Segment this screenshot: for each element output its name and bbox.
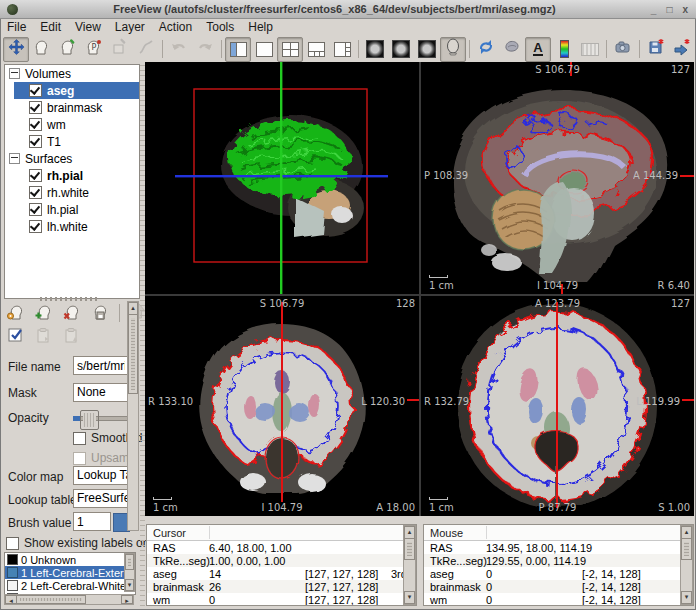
- file-name-input[interactable]: [73, 356, 128, 375]
- menu-help[interactable]: Help: [241, 19, 280, 35]
- layout-1and3v-button[interactable]: [329, 37, 355, 62]
- menu-edit[interactable]: Edit: [33, 19, 68, 35]
- brush-value-input[interactable]: [73, 512, 111, 531]
- scroll-down-icon[interactable]: ▾: [404, 591, 415, 604]
- layout-panel-button[interactable]: [225, 37, 251, 62]
- panel-vertical-scrollbar[interactable]: ▴: [127, 301, 139, 531]
- redo-button[interactable]: [192, 37, 218, 62]
- panel-splitter-handle[interactable]: [40, 297, 100, 301]
- layout-1and3-button[interactable]: [303, 37, 329, 62]
- list-item[interactable]: 0 Unknown: [5, 553, 135, 566]
- checkbox-checked-icon[interactable]: [29, 135, 42, 148]
- checkbox-checked-icon[interactable]: [29, 169, 42, 182]
- layer-properties-button[interactable]: [4, 302, 28, 324]
- list-item[interactable]: 2 Left-Cerebral-White-: [5, 579, 135, 592]
- layout-2x2-button[interactable]: [277, 37, 303, 62]
- close-volume-button[interactable]: [60, 302, 84, 324]
- slider-handle[interactable]: [80, 410, 99, 430]
- viewport-divider-horizontal[interactable]: [145, 294, 694, 296]
- menu-file[interactable]: File: [0, 19, 33, 35]
- checkbox-checked-icon[interactable]: [29, 220, 42, 233]
- mask-dropdown[interactable]: None: [73, 383, 128, 402]
- menu-tools[interactable]: Tools: [199, 19, 241, 35]
- tree-item-rh-white[interactable]: rh.white: [5, 184, 139, 201]
- tree-item-wm[interactable]: wm: [5, 116, 139, 133]
- collapse-icon[interactable]: [9, 153, 20, 164]
- tree-group-surfaces[interactable]: Surfaces: [5, 150, 139, 167]
- checkbox-checked-icon[interactable]: [29, 84, 42, 97]
- tree-item-t1[interactable]: T1: [5, 133, 139, 150]
- viewport-sagittal[interactable]: S 106.79 127 P 108.39 A 144.39 I 104.79 …: [421, 62, 694, 294]
- color-map-dropdown[interactable]: Lookup Tab: [73, 466, 128, 485]
- 3d-render[interactable]: [145, 62, 419, 294]
- close-button[interactable]: x: [682, 4, 688, 15]
- checkbox-icon[interactable]: [73, 432, 86, 445]
- collapse-icon[interactable]: [9, 68, 20, 79]
- menu-view[interactable]: View: [68, 19, 108, 35]
- tree-item-rh-pial[interactable]: rh.pial: [5, 167, 139, 184]
- save-pointset-button[interactable]: [669, 37, 695, 62]
- voxel-edit-button[interactable]: [29, 37, 55, 62]
- tree-item-brainmask[interactable]: brainmask: [5, 99, 139, 116]
- scrollbar-thumb[interactable]: [16, 595, 86, 604]
- show-surface-button[interactable]: [499, 37, 525, 62]
- tree-group-volumes[interactable]: Volumes: [5, 65, 139, 82]
- opacity-slider[interactable]: [73, 410, 128, 424]
- checkbox-icon[interactable]: [73, 452, 86, 465]
- lookup-table-dropdown[interactable]: FreeSurferC: [73, 489, 128, 508]
- viewport-3d[interactable]: [145, 62, 419, 294]
- tree-item-label: T1: [47, 135, 61, 149]
- scrollbar-thumb[interactable]: [681, 538, 692, 560]
- show-labels-checkbox[interactable]: Show existing labels on: [6, 536, 149, 550]
- mouse-panel-scrollbar[interactable]: ▴ ▾: [680, 525, 693, 605]
- viewport-axial[interactable]: A 123.79 127 R 132.79 L 119.99 P 87.79 S…: [421, 296, 694, 516]
- view-3d-button[interactable]: [440, 37, 466, 62]
- viewport-divider-vertical[interactable]: [419, 62, 421, 516]
- slice-frames-button[interactable]: [577, 37, 603, 62]
- view-sagittal-button[interactable]: [362, 37, 388, 62]
- cursor-panel-scrollbar[interactable]: ▴ ▾: [403, 525, 416, 605]
- view-coronal-button[interactable]: [388, 37, 414, 62]
- tree-item-aseg[interactable]: aseg: [5, 82, 139, 99]
- checkbox-checked-icon[interactable]: [29, 186, 42, 199]
- load-volume-button[interactable]: [32, 302, 56, 324]
- scroll-down-icon[interactable]: ▾: [125, 579, 134, 591]
- checkbox-icon[interactable]: [6, 537, 19, 550]
- path-edit-button[interactable]: [133, 37, 159, 62]
- checkbox-checked-icon[interactable]: [29, 101, 42, 114]
- menu-action[interactable]: Action: [152, 19, 199, 35]
- scroll-down-icon[interactable]: ▾: [681, 591, 692, 604]
- scrollbar-thumb[interactable]: [128, 314, 138, 394]
- maximize-button[interactable]: □: [666, 4, 672, 15]
- show-colorbar-button[interactable]: [551, 37, 577, 62]
- scroll-right-icon[interactable]: ▸: [121, 595, 133, 604]
- roi-edit-button[interactable]: [107, 37, 133, 62]
- copy-settings-button[interactable]: [32, 326, 56, 348]
- list-horizontal-scrollbar[interactable]: ◂ ▸: [4, 594, 134, 605]
- checkbox-checked-icon[interactable]: [29, 118, 42, 131]
- titlebar[interactable]: FreeView (/autofs/cluster/freesurfer/cen…: [0, 0, 696, 19]
- recon-edit-button[interactable]: [55, 37, 81, 62]
- pointset-edit-button[interactable]: P: [81, 37, 107, 62]
- scrollbar-thumb[interactable]: [404, 538, 415, 560]
- tree-item-lh-pial[interactable]: lh.pial: [5, 201, 139, 218]
- reset-view-button[interactable]: [473, 37, 499, 62]
- screenshot-button[interactable]: [610, 37, 636, 62]
- scrollbar-thumb[interactable]: [125, 554, 134, 570]
- minimize-button[interactable]: _: [651, 4, 657, 15]
- tree-item-lh-white[interactable]: lh.white: [5, 218, 139, 235]
- undo-button[interactable]: [166, 37, 192, 62]
- navigate-button[interactable]: [3, 37, 29, 62]
- list-vertical-scrollbar[interactable]: ▾: [124, 553, 135, 592]
- layout-1x1-button[interactable]: [251, 37, 277, 62]
- paste-settings-button[interactable]: [60, 326, 84, 348]
- save-volume-small-button[interactable]: [88, 302, 112, 324]
- viewport-coronal[interactable]: S 106.79 128 R 133.10 L 120.30 I 104.79 …: [145, 296, 419, 516]
- view-axial-button[interactable]: [414, 37, 440, 62]
- menu-layer[interactable]: Layer: [108, 19, 152, 35]
- save-volume-button[interactable]: [643, 37, 669, 62]
- show-annotation-button[interactable]: A: [525, 37, 551, 62]
- checkbox-checked-icon[interactable]: [29, 203, 42, 216]
- show-all-layers-button[interactable]: [4, 326, 28, 348]
- list-item[interactable]: 1 Left-Cerebral-Exterio: [5, 566, 135, 579]
